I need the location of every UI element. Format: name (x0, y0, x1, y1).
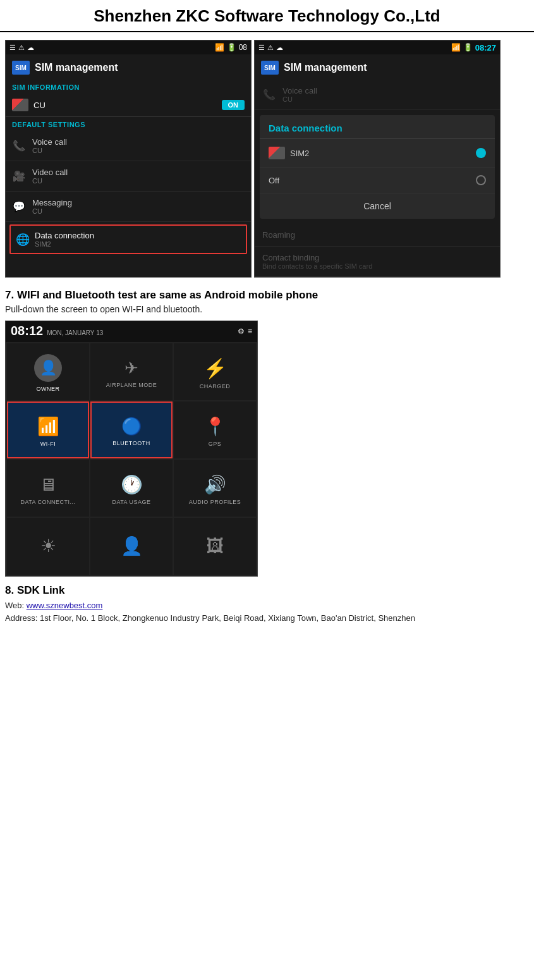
voice-call-main: Voice call (32, 137, 67, 147)
wifi-cell[interactable]: 📶 WI-FI (7, 401, 89, 458)
messaging-row: 💬 Messaging CU (6, 192, 251, 222)
status2-time: 08:27 (475, 43, 496, 52)
section8-address: Address: 1st Floor, No. 1 Block, Zhongke… (5, 612, 529, 625)
owner-avatar: 👤 (34, 354, 62, 382)
data-connection-main: Data connection (35, 231, 94, 240)
off-label: Off (269, 176, 279, 185)
audio-label: AUDIO PROFILES (189, 499, 241, 505)
modal-off-option[interactable]: Off (260, 168, 495, 193)
sim2-label: SIM2 (290, 149, 309, 158)
section7-title: 7. WIFI and Bluetooth test are same as A… (5, 289, 529, 302)
person-cell[interactable]: 👤 (90, 518, 173, 575)
section-7: 7. WIFI and Bluetooth test are same as A… (5, 289, 529, 577)
sim2-card-icon (269, 147, 285, 159)
status-left-icons: ☰ ⚠ ☁ (9, 44, 34, 52)
page-header: Shenzhen ZKC Software Technology Co.,Ltd (0, 0, 534, 32)
lock-icon: 🖼 (206, 536, 224, 556)
audio-icon: 🔊 (204, 474, 226, 495)
contact-binding-row: Contact binding Bind contacts to a speci… (255, 247, 500, 277)
screen2-title: SIM SIM management (255, 54, 500, 80)
globe-icon: 🌐 (16, 233, 30, 247)
section7-desc: Pull-down the screen to open WI-FI and b… (5, 304, 529, 314)
off-radio-unselected (476, 175, 486, 185)
section-8: 8. SDK Link Web: www.sznewbest.com Addre… (5, 584, 529, 624)
settings-icon: ⚙ (238, 327, 245, 336)
airplane-label: AIRPLANE MODE (106, 382, 157, 388)
default-settings-label: DEFAULT SETTINGS (6, 117, 251, 131)
cloud-icon: ☁ (27, 44, 34, 52)
audio-profiles-cell[interactable]: 🔊 AUDIO PROFILES (174, 460, 256, 517)
modal-sim2-left: SIM2 (269, 147, 309, 159)
airplane-icon: ✈ (124, 358, 138, 378)
data-connection-highlighted-row: 🌐 Data connection SIM2 (9, 224, 247, 254)
data-connection-modal: Data connection SIM2 Off Cancel (260, 115, 495, 219)
phone2-icon: 📞 (262, 89, 276, 101)
data-connect-cell[interactable]: 🖥 DATA CONNECTI... (7, 460, 89, 517)
voice-call-text: Voice call CU (32, 137, 67, 154)
roaming-row: Roaming (255, 224, 500, 247)
person-silhouette-icon: 👤 (40, 360, 57, 376)
phone-icon: 📞 (12, 140, 26, 152)
android-top-bar: 08:12 MON, JANUARY 13 ⚙ ≡ (6, 321, 257, 342)
screen2-voice-call-main: Voice call (282, 86, 317, 95)
data-usage-label: DATA USAGE (112, 499, 150, 505)
wifi-icon: 📶 (37, 416, 59, 437)
sim-icon: SIM (12, 61, 30, 75)
gps-icon: 📍 (204, 416, 226, 437)
battery2-icon: 🔋 (463, 43, 473, 52)
data-usage-cell[interactable]: 🕐 DATA USAGE (90, 460, 173, 517)
sim2-radio-selected (476, 148, 486, 158)
video-icon: 🎥 (12, 170, 26, 182)
status2-left-icons: ☰ ⚠ ☁ (258, 44, 283, 52)
modal-off-left: Off (269, 176, 279, 185)
bluetooth-cell[interactable]: 🔵 BLUETOOTH (90, 401, 173, 458)
charged-label: CHARGED (200, 383, 231, 389)
contact-icon: 👤 (121, 536, 143, 556)
section8-title: 8. SDK Link (5, 584, 529, 597)
battery-icon: 🔋 (227, 43, 236, 52)
notification-grid: 👤 OWNER ✈ AIRPLANE MODE ⚡ CHARGED 📶 WI-F… (6, 342, 257, 576)
web-url-link[interactable]: www.sznewbest.com (27, 601, 103, 610)
video-call-sub: CU (32, 177, 68, 185)
toggle-on[interactable]: ON (222, 100, 245, 110)
sim-info-label: SIM INFORMATION (6, 80, 251, 94)
voice-call-sub: CU (32, 147, 67, 154)
status-time: 08 (239, 43, 247, 52)
screen2-title-text: SIM management (284, 62, 367, 73)
web-label: Web: (5, 601, 27, 610)
phone-screen-2: ☰ ⚠ ☁ 📶 🔋 08:27 SIM SIM management 📞 Voi… (254, 40, 501, 278)
data-connect-label: DATA CONNECTI... (20, 499, 75, 505)
messaging-sub: CU (32, 207, 72, 215)
status-bar-2: ☰ ⚠ ☁ 📶 🔋 08:27 (255, 40, 500, 54)
voice-call-row: 📞 Voice call CU (6, 131, 251, 161)
sim-cu-row: CU ON (6, 94, 251, 117)
owner-label: OWNER (37, 386, 60, 392)
sim-card-icon (12, 99, 28, 111)
data-usage-icon: 🕐 (121, 474, 143, 495)
time-block: 08:12 MON, JANUARY 13 (11, 324, 103, 338)
video-call-main: Video call (32, 168, 68, 177)
modal-title: Data connection (260, 115, 495, 139)
cloud2-icon: ☁ (276, 44, 283, 52)
bluetooth-icon: 🔵 (121, 417, 142, 436)
alert2-icon: ⚠ (267, 44, 274, 52)
data-connect-icon: 🖥 (39, 474, 57, 495)
messaging-text: Messaging CU (32, 198, 72, 215)
section8-web: Web: www.sznewbest.com (5, 599, 529, 612)
menu-icon: ☰ (9, 44, 16, 52)
sim-row-left: CU (12, 99, 46, 111)
gps-label: GPS (209, 441, 222, 447)
cancel-button[interactable]: Cancel (260, 193, 495, 219)
owner-cell: 👤 OWNER (7, 343, 89, 400)
airplane-mode-cell[interactable]: ✈ AIRPLANE MODE (90, 343, 173, 400)
status-right-icons: 📶 🔋 08 (215, 43, 247, 52)
brightness-cell[interactable]: ☀ (7, 518, 89, 575)
status2-right-icons: 📶 🔋 08:27 (451, 43, 496, 52)
screen2-voice-call-row: 📞 Voice call CU (255, 80, 500, 110)
modal-sim2-option[interactable]: SIM2 (260, 139, 495, 168)
gps-cell[interactable]: 📍 GPS (174, 401, 256, 458)
wifi-label: WI-FI (40, 441, 56, 447)
screen1-title: SIM SIM management (6, 54, 251, 80)
signal-icon: 📶 (215, 43, 224, 52)
lock-cell[interactable]: 🖼 (174, 518, 256, 575)
